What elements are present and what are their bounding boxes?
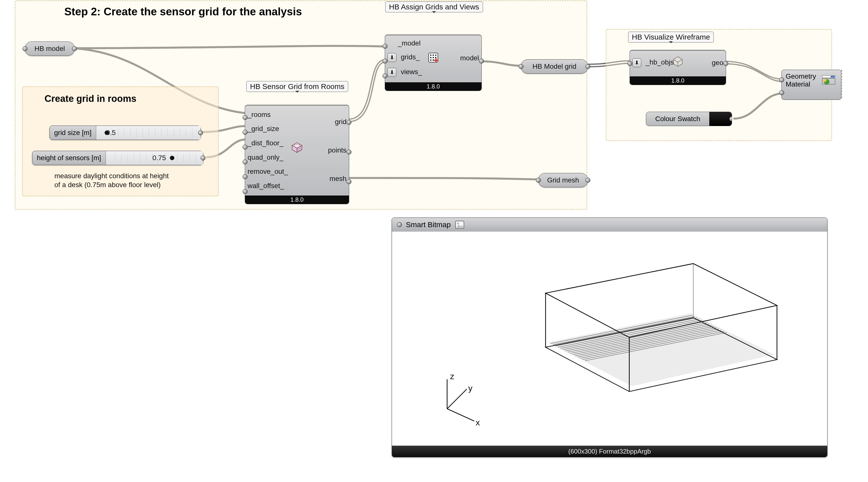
grip-sg-quad[interactable] [243,159,248,164]
svg-point-3 [294,144,295,145]
param-colour-swatch[interactable]: Colour Swatch [646,112,732,126]
grip-sg-remove[interactable] [243,174,248,179]
slider-grid-size-knob[interactable] [104,130,109,135]
viz-in-hbobjs[interactable]: ⬇ _hb_objs [632,58,674,67]
viz-wireframe-version: 1.8.0 [630,76,726,85]
image-icon [455,220,465,230]
grip-hbmg-out[interactable] [585,64,590,69]
svg-point-14 [433,59,434,61]
grip-viz-out[interactable] [723,61,728,66]
sensor-grid-in-remove-out[interactable]: remove_out_ [248,168,288,175]
slider-sensor-height-knob[interactable] [170,156,174,160]
svg-point-4 [297,144,297,144]
smart-bitmap-viewport: z y x [392,232,827,446]
preview-icon [822,75,836,85]
sensor-height-note-line1: measure daylight conditions at height [54,171,208,181]
sensor-height-note: measure daylight conditions at height of… [54,171,208,190]
assign-in-views[interactable]: ⬇ views_ [388,68,422,77]
param-grid-mesh[interactable]: Grid mesh [538,173,588,187]
label-viz-wireframe: HB Visualize Wireframe [628,32,714,42]
grip-prev-geo[interactable] [779,77,784,82]
colour-swatch-value[interactable] [709,112,732,126]
label-assign-grids: HB Assign Grids and Views [385,1,483,12]
label-sensor-grid: HB Sensor Grid from Rooms [246,81,348,92]
param-hb-model-input-grip[interactable] [23,46,27,51]
component-sensor-grid[interactable]: _rooms _grid_size _dist_floor_ quad_only… [245,105,349,204]
sensor-grid-in-wall-offset[interactable]: wall_offset_ [248,182,284,190]
grip-ag-grids[interactable] [382,59,388,64]
svg-point-9 [435,54,436,56]
sensor-grid-in-rooms[interactable]: _rooms [248,111,271,119]
grip-gm-out[interactable] [585,178,590,183]
grip-ag-views[interactable] [382,73,388,78]
grip-hbmg-in[interactable] [519,64,524,69]
svg-line-27 [447,389,467,409]
sensor-grid-version: 1.8.0 [245,195,349,204]
grip-viz-in[interactable] [627,61,632,66]
panel-smart-bitmap[interactable]: Smart Bitmap [392,218,828,457]
svg-point-8 [433,54,434,56]
grip-sg-wall[interactable] [243,189,248,194]
slider-sensor-height-track[interactable]: 0.75 [106,151,203,165]
component-assign-grids[interactable]: _model ⬇ grids_ ⬇ views_ model [385,35,482,91]
colour-swatch-label: Colour Swatch [646,115,709,123]
grip-sg-mesh[interactable] [346,179,351,184]
param-hb-model[interactable]: HB model [25,41,75,56]
svg-point-12 [435,57,436,58]
component-custom-preview[interactable]: Geometry Material [781,70,841,100]
assign-in-grids[interactable]: ⬇ grids_ [388,53,420,62]
sensor-grid-in-quad-only[interactable]: quad_only_ [248,154,283,161]
slider-sensor-height-output-grip[interactable] [200,156,206,160]
sensor-grid-in-dist-floor[interactable]: _dist_floor_ [248,139,283,147]
axis-y-label: y [468,383,472,393]
grip-ag-out[interactable] [479,59,484,64]
param-hb-model-output-grip[interactable] [72,46,77,51]
assign-in-model[interactable]: _model [388,39,421,47]
param-hb-model-grid-label: HB Model grid [532,63,576,70]
viz-out-geo[interactable]: geo [712,59,723,67]
component-viz-wireframe[interactable]: ⬇ _hb_objs geo 1.8.0 [630,50,726,85]
svg-point-5 [299,144,300,145]
preview-zig-edge [841,70,844,100]
grip-prev-mat[interactable] [779,90,784,95]
axis-z-label: z [450,372,454,381]
grasshopper-canvas[interactable]: .w { fill:none; stroke:#6e6e6e; stroke-w… [0,0,868,482]
grip-sg-dist[interactable] [243,144,248,150]
smart-bitmap-title: Smart Bitmap [406,221,451,229]
slider-grid-size-track[interactable]: 0.5 [96,126,200,140]
svg-line-26 [447,409,474,421]
slider-grid-size-label: grid size [m] [50,126,96,140]
grip-sg-gsize[interactable] [243,130,248,135]
slider-grid-size-output-grip[interactable] [198,130,203,135]
sensor-grid-out-points[interactable]: points [328,146,346,154]
param-hb-model-grid[interactable]: HB Model grid [521,59,588,74]
grip-sg-grid[interactable] [346,120,351,125]
slider-sensor-height-label: height of sensors [m] [32,151,106,165]
param-hb-model-label: HB model [35,45,65,53]
assign-out-model[interactable]: model [460,54,479,62]
slider-grid-size[interactable]: grid size [m] 0.5 [50,126,201,140]
grip-gm-in[interactable] [536,178,541,183]
sensor-grid-in-grid-size[interactable]: _grid_size [248,125,279,133]
grip-sg-points[interactable] [346,150,351,155]
grip-bitmap-in[interactable] [397,222,402,227]
grip-sg-rooms[interactable] [243,115,248,120]
sensor-grid-out-mesh[interactable]: mesh [330,175,346,183]
svg-point-11 [433,57,434,58]
param-grid-mesh-label: Grid mesh [547,176,579,184]
slider-sensor-height[interactable]: height of sensors [m] 0.75 [32,151,203,165]
grip-ag-model[interactable] [382,44,388,49]
svg-point-21 [824,79,827,82]
slider-sensor-height-value: 0.75 [153,154,166,162]
list-toggle-icon[interactable]: ⬇ [632,58,641,67]
axis-x-label: x [476,418,480,427]
svg-point-7 [430,54,431,56]
list-toggle-icon[interactable]: ⬇ [388,68,396,77]
svg-point-13 [430,59,431,61]
viz-wireframe-icon [672,56,683,66]
sensor-grid-out-grid[interactable]: grid [335,118,346,126]
list-toggle-icon[interactable]: ⬇ [388,53,396,62]
group-step2-title: Step 2: Create the sensor grid for the a… [64,5,302,18]
group-create-grid-title: Create grid in rooms [44,93,136,104]
svg-point-10 [430,57,431,58]
